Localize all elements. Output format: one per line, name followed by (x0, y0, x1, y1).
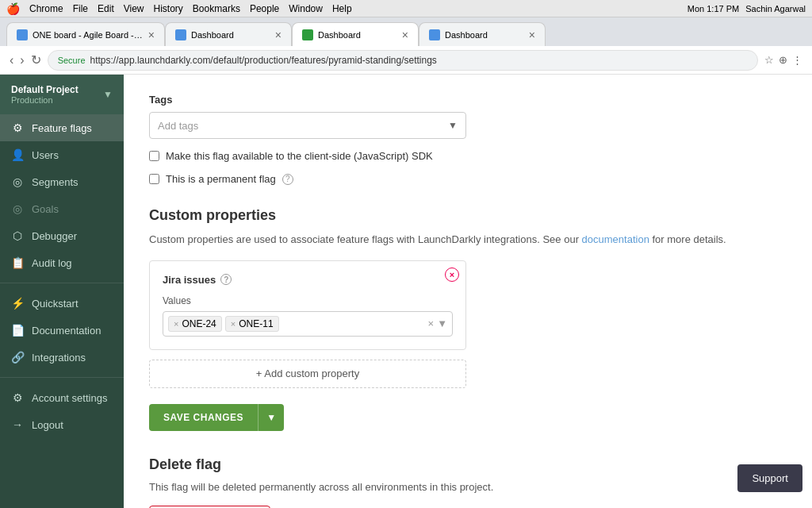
save-changes-container: SAVE CHANGES ▼ (149, 404, 787, 431)
sidebar-item-feature-flags-label: Feature flags (32, 122, 92, 134)
sidebar-item-audit-log[interactable]: 📋 Audit log (0, 249, 124, 276)
quickstart-icon: ⚡ (11, 297, 24, 310)
sidebar-item-account-settings[interactable]: ⚙ Account settings (0, 384, 124, 411)
chrome-tabs-bar: ONE board - Agile Board - Jira × Dashboa… (0, 17, 812, 46)
add-custom-property-label: + Add custom property (256, 368, 359, 379)
logout-icon: → (11, 418, 24, 431)
tab-4-close[interactable]: × (529, 29, 535, 41)
sidebar-item-segments[interactable]: ◎ Segments (0, 168, 124, 195)
sidebar-divider-2 (0, 377, 124, 378)
tags-placeholder: Add tags (158, 120, 198, 132)
bookmark-icon[interactable]: ☆ (764, 54, 774, 66)
sidebar-item-debugger[interactable]: ⬡ Debugger (0, 222, 124, 249)
tab-2-favicon (175, 29, 186, 40)
address-url: https://app.launchdarkly.com/default/pro… (90, 55, 437, 66)
sidebar-divider-1 (0, 283, 124, 283)
tab-3-favicon (302, 29, 313, 40)
sidebar-item-feature-flags[interactable]: ⚙ Feature flags (0, 114, 124, 141)
tab-4-favicon (429, 29, 440, 40)
checkbox-client-side[interactable] (149, 151, 159, 161)
custom-properties-title: Custom properties (149, 207, 787, 224)
sidebar-item-quickstart[interactable]: ⚡ Quickstart (0, 290, 124, 317)
menu-bar-user: Sachin Agarwal (745, 4, 806, 13)
tab-3-close[interactable]: × (402, 29, 408, 41)
feature-flags-icon: ⚙ (11, 121, 24, 134)
address-bar-actions: ☆ ⊕ ⋮ (764, 54, 802, 66)
values-clear-icon[interactable]: × (428, 318, 435, 329)
menu-bar-left: 🍎 Chrome File Edit View History Bookmark… (6, 2, 352, 15)
permanent-info-icon[interactable]: ? (282, 174, 293, 185)
menu-view[interactable]: View (124, 3, 144, 14)
browser-tab-4[interactable]: Dashboard × (419, 22, 546, 46)
menu-people[interactable]: People (250, 3, 279, 14)
add-custom-property-button[interactable]: + Add custom property (149, 360, 466, 388)
custom-properties-desc-end: for more details. (653, 233, 726, 245)
address-bar-input[interactable]: Secure https://app.launchdarkly.com/defa… (48, 50, 758, 71)
menu-bookmarks[interactable]: Bookmarks (193, 3, 240, 14)
tab-1-close[interactable]: × (148, 29, 155, 41)
sidebar-item-audit-log-label: Audit log (32, 257, 72, 269)
secure-badge: Secure (58, 56, 86, 65)
menu-history[interactable]: History (154, 3, 183, 14)
documentation-link[interactable]: documentation (582, 233, 649, 245)
main-content: Tags Add tags ▼ Make this flag available… (124, 75, 812, 508)
app-container: Default Project Production ▼ ⚙ Feature f… (0, 75, 812, 508)
jira-tag-one24-remove[interactable]: × (174, 319, 178, 329)
save-changes-dropdown-button[interactable]: ▼ (259, 404, 284, 431)
sidebar-project-selector[interactable]: Default Project Production ▼ (0, 75, 124, 114)
menu-bar-time: Mon 1:17 PM (688, 4, 739, 13)
menu-edit[interactable]: Edit (98, 3, 114, 14)
debugger-icon: ⬡ (11, 229, 24, 242)
forward-button[interactable]: › (20, 53, 24, 67)
support-button[interactable]: Support (737, 464, 802, 492)
back-button[interactable]: ‹ (10, 53, 13, 67)
tab-2-close[interactable]: × (275, 29, 282, 41)
sidebar-item-logout[interactable]: → Logout (0, 411, 124, 438)
checkbox-permanent[interactable] (149, 174, 159, 184)
reload-button[interactable]: ↻ (31, 52, 41, 67)
browser-tab-3[interactable]: Dashboard × (292, 22, 419, 46)
sidebar-chevron-icon: ▼ (103, 89, 113, 100)
jira-tag-one11-label: ONE-11 (239, 318, 273, 329)
sidebar-item-documentation[interactable]: 📄 Documentation (0, 317, 124, 344)
menu-bar-right: Mon 1:17 PM Sachin Agarwal (688, 4, 806, 13)
sidebar-item-debugger-label: Debugger (32, 230, 77, 242)
jira-info-icon[interactable]: ? (220, 274, 232, 285)
tab-1-label: ONE board - Agile Board - Jira (33, 30, 144, 40)
tags-section-label: Tags (149, 94, 787, 106)
save-changes-button[interactable]: SAVE CHANGES (149, 404, 259, 431)
checkbox-client-side-label: Make this flag available to the client-s… (166, 150, 433, 162)
sidebar-item-integrations-label: Integrations (32, 352, 86, 364)
menu-file[interactable]: File (73, 3, 88, 14)
jira-tag-one24-label: ONE-24 (182, 318, 216, 329)
values-dropdown-icon[interactable]: ▼ (437, 318, 447, 329)
delete-flag-desc: This flag will be deleted permanently ac… (149, 481, 787, 493)
sidebar-item-goals[interactable]: ◎ Goals (0, 195, 124, 222)
menu-window[interactable]: Window (289, 3, 323, 14)
sidebar-item-integrations[interactable]: 🔗 Integrations (0, 344, 124, 371)
sidebar-item-documentation-label: Documentation (32, 325, 101, 337)
apple-menu[interactable]: 🍎 (6, 2, 20, 15)
tags-dropdown-arrow-icon: ▼ (448, 120, 458, 131)
extensions-icon[interactable]: ⊕ (779, 54, 787, 66)
tab-3-label: Dashboard (318, 30, 397, 40)
sidebar-item-users[interactable]: 👤 Users (0, 141, 124, 168)
integrations-icon: 🔗 (11, 351, 24, 364)
tab-1-favicon (17, 29, 28, 40)
sidebar-item-goals-label: Goals (32, 203, 59, 215)
jira-tag-one11-remove[interactable]: × (231, 319, 236, 329)
sidebar-item-account-settings-label: Account settings (32, 392, 107, 404)
tab-2-label: Dashboard (191, 30, 270, 40)
browser-tab-1[interactable]: ONE board - Agile Board - Jira × (6, 22, 165, 46)
menu-icon[interactable]: ⋮ (792, 54, 802, 66)
values-label: Values (163, 295, 453, 306)
menu-help[interactable]: Help (332, 3, 352, 14)
tags-input[interactable]: Add tags ▼ (149, 112, 466, 139)
menu-chrome[interactable]: Chrome (29, 3, 63, 14)
values-input[interactable]: × ONE-24 × ONE-11 × ▼ (163, 311, 453, 337)
jira-card-delete-button[interactable]: × (445, 267, 459, 282)
browser-tab-2[interactable]: Dashboard × (165, 22, 292, 46)
tab-4-label: Dashboard (445, 30, 524, 40)
delete-flag-button[interactable]: DELETE THIS FLAG (149, 506, 270, 509)
checkbox-permanent-label: This is a permanent flag (166, 173, 276, 185)
